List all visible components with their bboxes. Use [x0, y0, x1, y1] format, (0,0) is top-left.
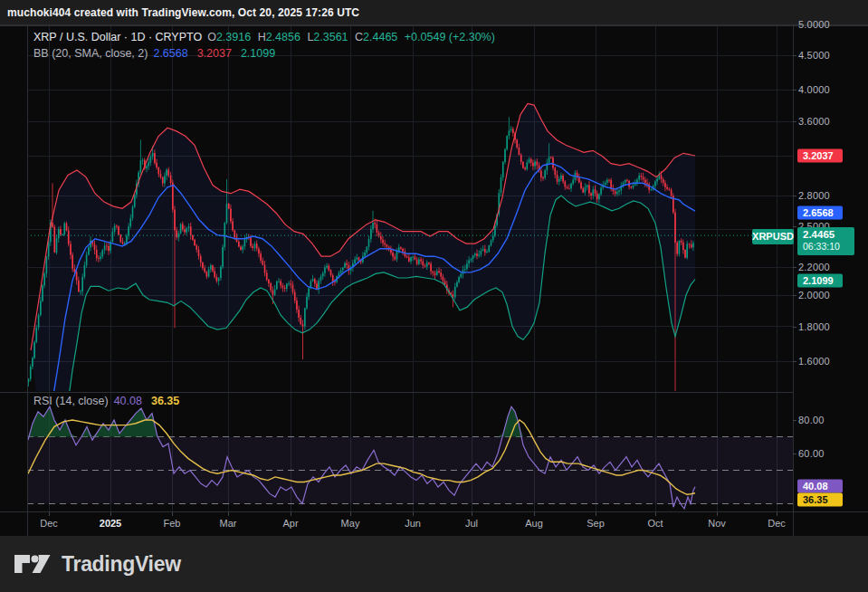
time-axis[interactable]: [0, 511, 868, 536]
tradingview-wordmark[interactable]: TradingView: [62, 552, 181, 577]
tradingview-logo-icon[interactable]: [13, 549, 52, 579]
footer: TradingView: [0, 536, 868, 592]
tradingview-snapshot: muchoki404 created with TradingView.com,…: [0, 0, 868, 592]
attribution-text: muchoki404 created with TradingView.com,…: [0, 6, 359, 19]
price-axis[interactable]: [794, 25, 868, 511]
attribution-bar: muchoki404 created with TradingView.com,…: [0, 0, 868, 25]
chart-pane-area[interactable]: [27, 25, 793, 511]
